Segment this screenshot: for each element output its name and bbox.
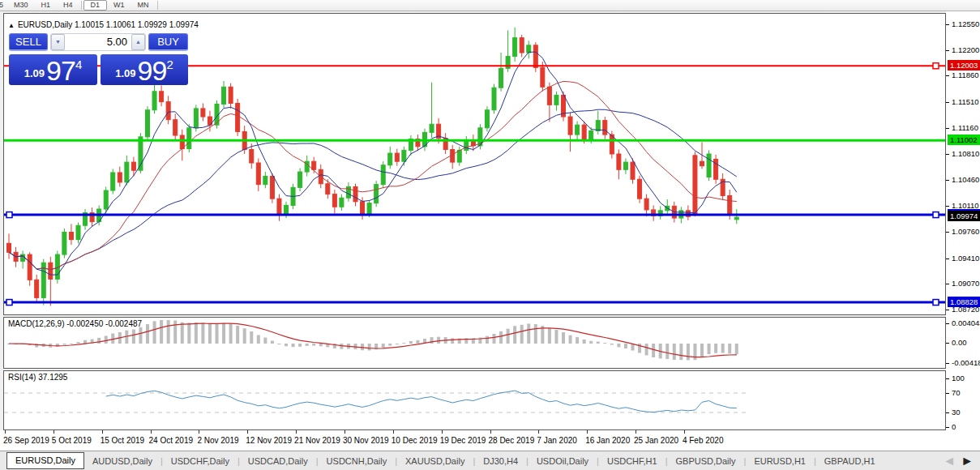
date-tick-label: 15 Oct 2019 xyxy=(101,436,144,445)
date-tick xyxy=(344,430,345,434)
timeframe-button-w1[interactable]: W1 xyxy=(107,0,131,11)
date-tick-label: 24 Oct 2019 xyxy=(149,436,193,445)
timeframe-button-h4[interactable]: H4 xyxy=(57,0,79,11)
tab-usdchf-h1[interactable]: USDCHF,H1 xyxy=(599,453,665,469)
price-tick xyxy=(946,154,949,155)
date-tick xyxy=(199,430,199,434)
timeframe-button-d1[interactable]: D1 xyxy=(83,0,108,11)
volume-value[interactable]: 5.00 xyxy=(65,34,131,50)
line-handle-right[interactable] xyxy=(933,63,939,69)
tab-gbpaud-h1[interactable]: GBPAUD,H1 xyxy=(816,453,884,469)
macd-axis-label: -0.004187 xyxy=(952,358,980,367)
sell-button[interactable]: SELL xyxy=(9,33,48,51)
line-handle-left[interactable] xyxy=(6,212,12,218)
price-tick xyxy=(946,180,949,181)
rsi-axis-tick xyxy=(946,427,949,428)
timeframe-button-5[interactable]: 5 xyxy=(0,0,7,11)
date-tick-label: 21 Nov 2019 xyxy=(294,436,340,445)
date-tick xyxy=(296,430,297,434)
tab-dj30-h4[interactable]: DJ30,H4 xyxy=(475,453,526,469)
buy-price-big: 99 xyxy=(138,58,167,83)
tab-eurusd-h1[interactable]: EURUSD,H1 xyxy=(746,453,814,469)
date-tick-label: 2 Nov 2019 xyxy=(197,436,238,445)
price-tick-label: 1.11860 xyxy=(952,70,979,79)
date-tick xyxy=(684,430,685,434)
price-tick xyxy=(946,206,949,207)
date-tick-label: 16 Jan 2020 xyxy=(585,436,630,445)
timeframe-button-m30[interactable]: M30 xyxy=(7,0,35,11)
rsi-axis-label: 0 xyxy=(952,422,956,431)
date-tick-label: 28 Dec 2019 xyxy=(489,436,535,445)
date-tick-label: 7 Jan 2020 xyxy=(537,436,577,445)
volume-decrease-button[interactable]: ▼ xyxy=(51,34,65,50)
price-tick xyxy=(946,102,949,103)
price-tick-label: 1.11510 xyxy=(952,97,979,106)
price-badge-support-2: 1.08828 xyxy=(948,297,980,307)
trade-controls-row: SELL ▼ 5.00 ▲ BUY xyxy=(9,33,188,51)
volume-increase-button[interactable]: ▲ xyxy=(131,34,145,50)
tab-usdoil-daily[interactable]: USDOil,Daily xyxy=(529,453,597,469)
date-tick-label: 12 Nov 2019 xyxy=(246,436,292,445)
rsi-axis-label: 100 xyxy=(952,374,965,382)
tab-usdcad-daily[interactable]: USDCAD,Daily xyxy=(240,453,316,469)
toolbar-separator xyxy=(81,1,82,10)
price-tick-label: 1.10460 xyxy=(952,175,979,184)
chart-title: ▲EURUSD,Daily 1.10015 1.10061 1.09929 1.… xyxy=(8,20,199,29)
rsi-axis-tick xyxy=(946,393,949,394)
date-tick xyxy=(393,430,394,434)
buy-button[interactable]: BUY xyxy=(148,33,188,51)
line-handle-right[interactable] xyxy=(933,300,939,306)
volume-spinner: ▼ 5.00 ▲ xyxy=(50,33,146,51)
sell-price-button[interactable]: 1.09 97 4 xyxy=(9,54,97,85)
date-tick xyxy=(587,430,588,434)
price-tick-label: 1.09760 xyxy=(952,227,979,236)
chart-title-text: EURUSD,Daily 1.10015 1.10061 1.09929 1.0… xyxy=(18,20,199,29)
date-tick-label: 5 Oct 2019 xyxy=(52,436,92,445)
macd-axis-tick xyxy=(946,363,949,364)
macd-axis-tick xyxy=(946,343,949,344)
tabs-scroll-right-button[interactable]: ► xyxy=(961,454,974,468)
date-tick xyxy=(247,430,248,434)
price-tick-label: 1.12550 xyxy=(952,19,979,28)
toolbar-separator xyxy=(157,1,158,10)
sell-price-sup: 4 xyxy=(75,60,82,70)
rsi-axis-tick xyxy=(946,378,949,379)
date-axis: 26 Sep 20195 Oct 201915 Oct 201924 Oct 2… xyxy=(0,430,980,451)
price-tick xyxy=(946,50,949,51)
tab-audusd-daily[interactable]: AUDUSD,Daily xyxy=(84,453,160,469)
tab-gbpusd-daily[interactable]: GBPUSD,Daily xyxy=(668,453,744,469)
date-tick xyxy=(538,430,539,434)
date-tick-label: 19 Dec 2019 xyxy=(440,436,486,445)
sell-price-prefix: 1.09 xyxy=(24,65,45,83)
price-tick xyxy=(946,75,949,76)
timeframe-toolbar: 5M30H1H4D1W1MN xyxy=(0,0,980,11)
symbol-arrow-icon: ▲ xyxy=(8,22,15,29)
tab-usdcnh-daily[interactable]: USDCNH,Daily xyxy=(319,453,396,469)
line-handle-right[interactable] xyxy=(933,212,939,218)
timeframe-button-h1[interactable]: H1 xyxy=(35,0,58,11)
date-tick xyxy=(53,430,54,434)
buy-price-sup: 2 xyxy=(166,60,173,70)
date-tick xyxy=(151,430,152,434)
date-tick-label: 4 Feb 2020 xyxy=(683,436,724,445)
tab-eurusd-daily[interactable]: EURUSD,Daily xyxy=(6,452,84,469)
price-axis[interactable]: 1.125501.122001.118601.115101.111601.108… xyxy=(946,11,980,430)
date-tick-label: 30 Nov 2019 xyxy=(343,436,389,445)
one-click-trading-panel: SELL ▼ 5.00 ▲ BUY 1.09 97 4 1.09 99 2 xyxy=(9,33,188,85)
macd-label: MACD(12,26,9) -0.002450 -0.002487 xyxy=(8,319,142,328)
tab-usdchf-daily[interactable]: USDCHF,Daily xyxy=(163,453,238,469)
line-handle-left[interactable] xyxy=(6,300,12,306)
date-tick-label: 25 Jan 2020 xyxy=(634,436,678,445)
macd-panel: MACD(12,26,9) -0.002450 -0.002487 xyxy=(3,317,946,369)
timeframe-button-mn[interactable]: MN xyxy=(131,0,156,11)
rsi-axis-label: 30 xyxy=(952,408,961,417)
tabs-scroll-left-button[interactable]: ◄ xyxy=(943,454,956,468)
rsi-panel: RSI(14) 37.1295 xyxy=(3,370,946,430)
tab-xauusd-daily[interactable]: XAUUSD,Daily xyxy=(397,453,473,469)
date-tick xyxy=(490,430,491,434)
date-tick xyxy=(636,430,636,434)
price-tick-label: 1.09070 xyxy=(952,279,979,288)
price-tick xyxy=(946,24,949,25)
buy-price-button[interactable]: 1.09 99 2 xyxy=(101,54,188,85)
price-badge-pivot: 1.11002 xyxy=(948,135,980,145)
